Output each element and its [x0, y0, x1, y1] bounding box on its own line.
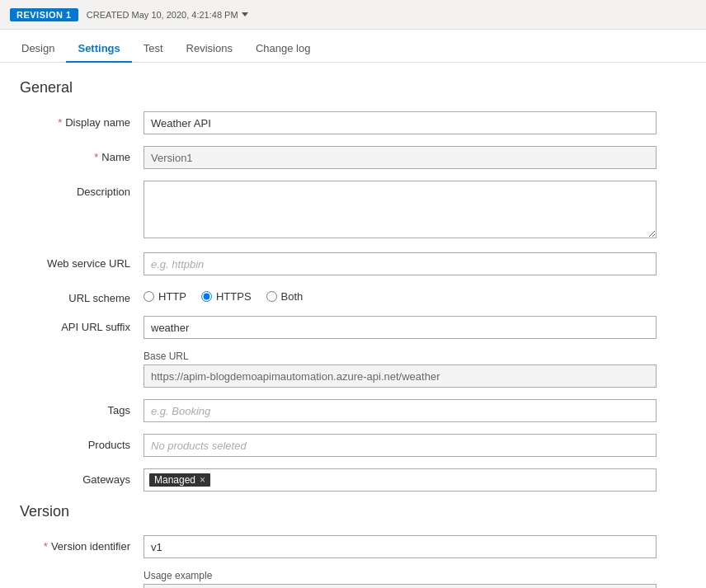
api-url-suffix-row: API URL suffix: [20, 316, 657, 339]
base-url-row: Base URL: [20, 350, 657, 388]
web-service-url-field: [144, 252, 657, 275]
gateways-field: Managed ×: [144, 468, 657, 492]
url-scheme-row: URL scheme HTTP HTTPS Both: [20, 287, 657, 304]
tab-design[interactable]: Design: [10, 35, 66, 63]
top-bar: REVISION 1 CREATED May 10, 2020, 4:21:48…: [0, 0, 706, 30]
base-url-input: [144, 365, 657, 388]
api-url-suffix-label: API URL suffix: [20, 316, 144, 333]
general-section-title: General: [20, 79, 657, 96]
gateways-label: Gateways: [20, 468, 144, 486]
radio-both-input[interactable]: [266, 291, 277, 302]
radio-https[interactable]: HTTPS: [201, 290, 252, 303]
name-row: *Name: [20, 146, 657, 169]
managed-pill: Managed ×: [149, 473, 210, 487]
products-input[interactable]: [144, 434, 657, 457]
tabs-bar: Design Settings Test Revisions Change lo…: [0, 30, 706, 63]
required-star-version: *: [44, 540, 48, 553]
url-scheme-label: URL scheme: [20, 287, 144, 304]
tab-settings[interactable]: Settings: [66, 35, 131, 63]
api-url-suffix-input[interactable]: [144, 316, 657, 339]
version-section-title: Version: [20, 503, 657, 520]
radio-https-input[interactable]: [201, 291, 212, 302]
main-content: General *Display name *Name Description …: [0, 63, 676, 588]
version-identifier-row: *Version identifier: [20, 535, 657, 558]
display-name-field: [144, 111, 657, 134]
display-name-input[interactable]: [144, 111, 657, 134]
tab-revisions[interactable]: Revisions: [175, 35, 244, 63]
version-identifier-input[interactable]: [144, 535, 657, 558]
description-textarea[interactable]: [144, 181, 657, 238]
api-url-suffix-field: [144, 316, 657, 339]
revision-badge: REVISION 1: [10, 8, 78, 21]
created-text: CREATED May 10, 2020, 4:21:48 PM: [87, 10, 248, 20]
web-service-url-row: Web service URL: [20, 252, 657, 275]
base-url-spacer: [20, 350, 144, 355]
radio-http[interactable]: HTTP: [144, 290, 186, 303]
tags-field: [144, 399, 657, 422]
pill-remove-icon[interactable]: ×: [200, 474, 205, 486]
base-url-label: Base URL: [144, 350, 657, 362]
name-input[interactable]: [144, 146, 657, 169]
usage-example-field: Usage example: [144, 570, 657, 588]
description-field: [144, 181, 657, 241]
description-label: Description: [20, 181, 144, 198]
radio-http-input[interactable]: [144, 291, 154, 302]
description-row: Description: [20, 181, 657, 241]
usage-example-input: [144, 584, 657, 588]
web-service-url-label: Web service URL: [20, 252, 144, 270]
tags-label: Tags: [20, 399, 144, 416]
chevron-down-icon[interactable]: [242, 12, 248, 16]
required-star-name: *: [94, 151, 98, 163]
version-identifier-label: *Version identifier: [20, 535, 144, 553]
gateways-row: Gateways Managed ×: [20, 468, 657, 492]
name-label: *Name: [20, 146, 144, 163]
products-field: [144, 434, 657, 457]
tags-input[interactable]: [144, 399, 657, 422]
tab-changelog[interactable]: Change log: [244, 35, 322, 63]
tags-row: Tags: [20, 399, 657, 422]
base-url-field: Base URL: [144, 350, 657, 388]
usage-example-row: Usage example: [20, 570, 657, 588]
url-scheme-field: HTTP HTTPS Both: [144, 287, 657, 303]
products-label: Products: [20, 434, 144, 451]
display-name-label: *Display name: [20, 111, 144, 129]
usage-example-label: Usage example: [144, 570, 657, 581]
required-star: *: [58, 116, 62, 129]
name-field: [144, 146, 657, 169]
section-divider: Version: [20, 503, 657, 520]
gateways-container[interactable]: Managed ×: [144, 468, 657, 492]
web-service-url-input[interactable]: [144, 252, 657, 275]
tab-test[interactable]: Test: [132, 35, 175, 63]
version-identifier-field: [144, 535, 657, 558]
usage-example-spacer: [20, 570, 144, 575]
products-row: Products: [20, 434, 657, 457]
radio-both[interactable]: Both: [266, 290, 304, 303]
display-name-row: *Display name: [20, 111, 657, 134]
